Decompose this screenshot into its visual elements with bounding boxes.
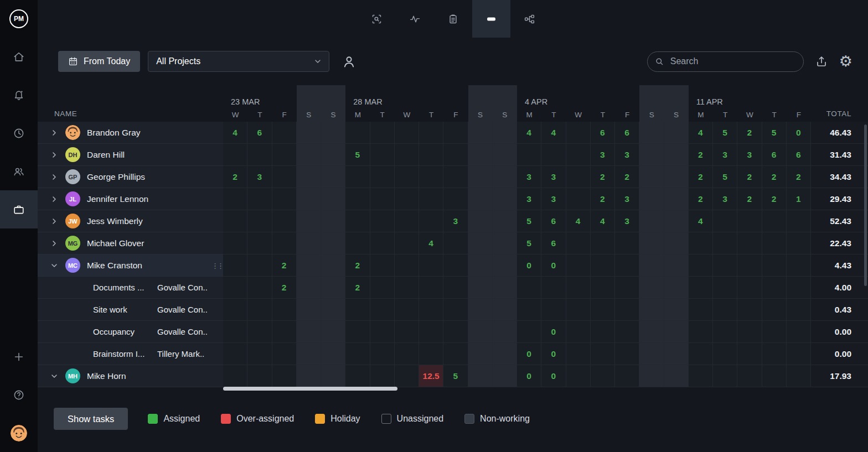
projects-dropdown[interactable]: All Projects <box>148 51 329 72</box>
day-cell[interactable] <box>664 343 689 365</box>
day-cell[interactable]: 2 <box>737 166 762 188</box>
day-cell[interactable] <box>272 321 297 343</box>
day-cell[interactable] <box>395 321 419 343</box>
day-cell[interactable] <box>468 299 493 321</box>
day-cell[interactable] <box>517 277 541 299</box>
chevron-down-icon[interactable] <box>50 261 59 270</box>
day-cell[interactable]: 4 <box>689 210 713 232</box>
day-cell[interactable] <box>247 299 272 321</box>
day-cell[interactable] <box>468 188 493 210</box>
day-cell[interactable] <box>370 144 395 166</box>
day-cell[interactable] <box>787 277 811 299</box>
day-cell[interactable]: 4 <box>419 232 443 254</box>
day-cell[interactable] <box>321 343 345 365</box>
day-cell[interactable] <box>639 299 664 321</box>
day-cell[interactable]: 3 <box>541 188 566 210</box>
day-cell[interactable] <box>370 365 395 387</box>
day-cell[interactable] <box>591 299 615 321</box>
day-cell[interactable] <box>297 343 321 365</box>
export-icon[interactable] <box>815 55 828 68</box>
sidebar-item-bell[interactable] <box>0 76 38 114</box>
day-cell[interactable] <box>639 166 664 188</box>
day-cell[interactable] <box>493 188 517 210</box>
day-cell[interactable] <box>223 210 247 232</box>
day-cell[interactable] <box>370 321 395 343</box>
day-cell[interactable]: 0 <box>517 343 541 365</box>
day-cell[interactable] <box>443 343 468 365</box>
day-cell[interactable] <box>713 343 737 365</box>
day-cell[interactable]: 4 <box>566 210 591 232</box>
day-cell[interactable] <box>370 210 395 232</box>
day-cell[interactable] <box>297 321 321 343</box>
day-cell[interactable] <box>395 343 419 365</box>
day-cell[interactable]: 6 <box>787 144 811 166</box>
day-cell[interactable]: 3 <box>443 210 468 232</box>
day-cell[interactable] <box>787 210 811 232</box>
day-cell[interactable] <box>272 343 297 365</box>
day-cell[interactable] <box>223 254 247 277</box>
day-cell[interactable] <box>321 277 345 299</box>
day-cell[interactable] <box>762 321 787 343</box>
day-cell[interactable] <box>639 321 664 343</box>
day-cell[interactable] <box>737 365 762 387</box>
day-cell[interactable] <box>664 299 689 321</box>
task-row[interactable]: Documents ...Govalle Con..224.00 <box>38 277 868 299</box>
day-cell[interactable] <box>615 232 639 254</box>
chevron-right-icon[interactable] <box>50 239 59 248</box>
day-cell[interactable] <box>591 232 615 254</box>
day-cell[interactable]: 4 <box>223 122 247 144</box>
day-cell[interactable] <box>664 321 689 343</box>
day-cell[interactable] <box>737 254 762 277</box>
day-cell[interactable] <box>517 299 541 321</box>
day-cell[interactable] <box>345 321 370 343</box>
task-row[interactable]: Brainstorm I...Tillery Mark..000.00 <box>38 343 868 365</box>
day-cell[interactable] <box>370 277 395 299</box>
day-cell[interactable] <box>493 166 517 188</box>
day-cell[interactable] <box>713 232 737 254</box>
day-cell[interactable] <box>443 277 468 299</box>
day-cell[interactable]: 5 <box>713 122 737 144</box>
day-cell[interactable]: 2 <box>762 188 787 210</box>
day-cell[interactable]: 2 <box>272 254 297 277</box>
day-cell[interactable] <box>223 232 247 254</box>
day-cell[interactable]: 3 <box>615 188 639 210</box>
day-cell[interactable]: 2 <box>689 188 713 210</box>
day-cell[interactable] <box>272 365 297 387</box>
day-cell[interactable] <box>321 365 345 387</box>
day-cell[interactable] <box>639 343 664 365</box>
day-cell[interactable] <box>297 232 321 254</box>
day-cell[interactable] <box>223 343 247 365</box>
day-cell[interactable] <box>639 122 664 144</box>
day-cell[interactable] <box>566 144 591 166</box>
sidebar-item-briefcase[interactable] <box>0 190 38 228</box>
day-cell[interactable] <box>223 188 247 210</box>
day-cell[interactable] <box>272 122 297 144</box>
person-row[interactable]: DHDaren Hill5332336631.43 <box>38 144 868 166</box>
day-cell[interactable] <box>272 188 297 210</box>
person-row[interactable]: Brandon Gray4644664525046.43 <box>38 122 868 144</box>
day-cell[interactable] <box>762 343 787 365</box>
day-cell[interactable] <box>639 365 664 387</box>
day-cell[interactable]: 6 <box>541 232 566 254</box>
day-cell[interactable] <box>664 210 689 232</box>
day-cell[interactable] <box>297 122 321 144</box>
day-cell[interactable] <box>566 365 591 387</box>
person-filter-icon[interactable] <box>342 54 356 69</box>
day-cell[interactable] <box>247 321 272 343</box>
day-cell[interactable]: 3 <box>713 144 737 166</box>
day-cell[interactable] <box>247 188 272 210</box>
topbar-tab-board[interactable] <box>472 0 510 38</box>
day-cell[interactable]: 2 <box>223 166 247 188</box>
day-cell[interactable]: 2 <box>689 166 713 188</box>
day-cell[interactable] <box>713 321 737 343</box>
day-cell[interactable] <box>566 166 591 188</box>
day-cell[interactable]: 2 <box>345 277 370 299</box>
topbar-tab-workflow[interactable] <box>510 0 549 38</box>
day-cell[interactable]: 4 <box>591 210 615 232</box>
day-cell[interactable] <box>247 277 272 299</box>
day-cell[interactable] <box>395 188 419 210</box>
topbar-tab-clipboard[interactable] <box>434 0 472 38</box>
day-cell[interactable] <box>395 144 419 166</box>
day-cell[interactable] <box>493 299 517 321</box>
day-cell[interactable]: 3 <box>517 188 541 210</box>
